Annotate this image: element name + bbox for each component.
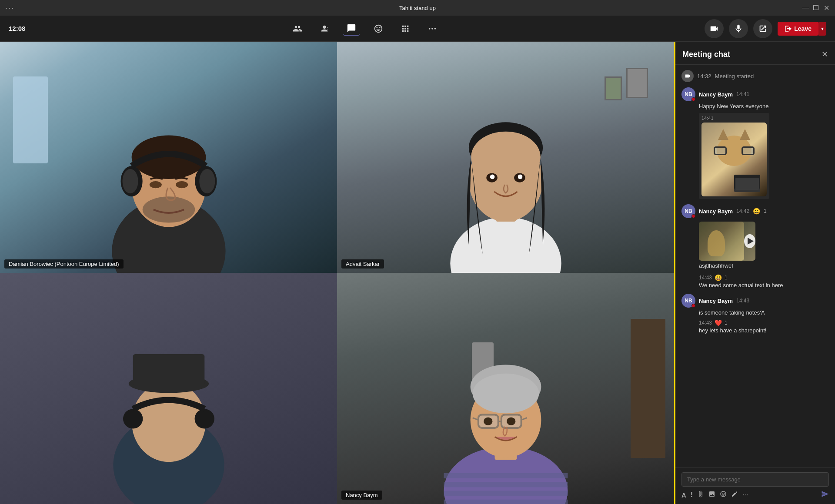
- video-thumbnail[interactable]: [699, 222, 755, 261]
- online-indicator: [691, 97, 695, 101]
- participants-icon-btn[interactable]: [316, 22, 333, 35]
- message-text-2: asjtlhashhwef: [699, 262, 829, 269]
- chat-close-btn[interactable]: ✕: [822, 50, 828, 59]
- avatar-nancy-3: NB: [681, 294, 695, 308]
- emoji-btn[interactable]: [720, 491, 727, 499]
- svg-rect-35: [444, 500, 568, 504]
- chat-message-4: NB Nancy Baym 14:43 is someone taking no…: [681, 294, 829, 334]
- time-2: 14:42: [736, 208, 749, 214]
- svg-rect-28: [133, 354, 204, 386]
- toolbar-right-actions: Leave ▾: [705, 19, 826, 38]
- video-cell-damian: Damian Borowiec (Pontoon Europe Limited): [0, 42, 337, 273]
- video-grid: Damian Borowiec (Pontoon Europe Limited): [0, 42, 674, 504]
- sub-time-4: 14:43: [699, 320, 712, 326]
- svg-point-12: [199, 169, 215, 193]
- svg-point-10: [122, 169, 138, 193]
- system-message-meeting-started: 14:32 Meeting started: [681, 70, 829, 82]
- svg-point-13: [149, 181, 161, 188]
- chat-input[interactable]: [681, 472, 829, 487]
- sub-reaction-count-4: 1: [725, 320, 728, 326]
- more-icon-btn[interactable]: [424, 22, 441, 35]
- svg-point-2: [431, 28, 433, 30]
- view-icon-btn[interactable]: [397, 22, 414, 35]
- svg-point-14: [176, 181, 188, 188]
- svg-point-46: [507, 417, 515, 425]
- close-btn[interactable]: ✕: [823, 4, 830, 11]
- chat-header: Meeting chat ✕: [675, 42, 835, 65]
- video-thumb-wrapper: [699, 222, 829, 261]
- reaction-count-3: 1: [725, 275, 728, 281]
- online-indicator-2: [691, 214, 695, 218]
- leave-group: Leave ▾: [778, 22, 826, 36]
- message-text-3: We need some actual text in here: [699, 282, 829, 288]
- video-cell-nancy: Nancy Baym: [337, 273, 674, 504]
- important-btn[interactable]: !: [691, 491, 693, 499]
- window-controls: — ⧠ ✕: [802, 4, 830, 11]
- message-text-4b: hey lets have a sharepoint!: [699, 327, 829, 334]
- svg-point-3: [434, 28, 436, 30]
- time-4: 14:43: [736, 298, 749, 304]
- chat-format-toolbar: A ! ···: [681, 490, 829, 500]
- app-menu-dots[interactable]: ···: [5, 3, 14, 13]
- play-triangle-icon: [748, 238, 754, 245]
- system-time: 14:32: [697, 73, 711, 80]
- sender-nancy-3: Nancy Baym: [699, 298, 733, 304]
- system-text: Meeting started: [715, 73, 754, 80]
- mic-button[interactable]: [729, 19, 748, 38]
- chat-panel: Meeting chat ✕ 14:32 Meeting started NB: [674, 42, 835, 504]
- reaction-emoji-3: 😀: [715, 274, 722, 281]
- video-name-advait: Advait Sarkar: [341, 259, 384, 269]
- minimize-btn[interactable]: —: [802, 4, 809, 11]
- cat-image[interactable]: [701, 123, 767, 196]
- reaction-count-2: 1: [764, 208, 767, 214]
- play-button[interactable]: [744, 234, 755, 248]
- main-content: Damian Borowiec (Pontoon Europe Limited): [0, 42, 835, 504]
- cat-image-wrapper: 14:41: [699, 113, 829, 199]
- video-camera-icon: [681, 70, 694, 82]
- more-format-btn[interactable]: ···: [742, 491, 748, 499]
- chat-input-area: A ! ···: [675, 468, 835, 504]
- time-3: 14:43: [699, 275, 712, 281]
- format-text-btn[interactable]: A: [681, 491, 686, 499]
- svg-point-22: [490, 175, 494, 179]
- share-button[interactable]: [753, 19, 772, 38]
- leave-button[interactable]: Leave: [778, 22, 818, 36]
- svg-point-1: [429, 28, 431, 30]
- message-text-4a: is someone taking notes?\: [699, 309, 829, 316]
- leave-dropdown-btn[interactable]: ▾: [818, 22, 826, 36]
- svg-point-30: [194, 409, 214, 429]
- svg-rect-33: [444, 482, 568, 487]
- svg-point-15: [450, 217, 561, 273]
- svg-point-29: [123, 409, 143, 429]
- meeting-toolbar: 12:08: [0, 16, 835, 42]
- svg-point-0: [323, 25, 326, 28]
- chat-icon-btn[interactable]: [343, 22, 360, 36]
- attach-btn[interactable]: [697, 491, 704, 499]
- send-btn[interactable]: [821, 490, 829, 500]
- video-cell-advait: Advait Sarkar: [337, 42, 674, 273]
- image-btn[interactable]: [708, 491, 715, 499]
- camera-button[interactable]: [705, 19, 724, 38]
- message-text-1: Happy New Years everyone: [699, 103, 829, 109]
- reactions-icon-btn[interactable]: [370, 22, 387, 35]
- avatar-nancy-2: NB: [681, 204, 695, 218]
- pencil-btn[interactable]: [731, 491, 738, 499]
- video-name-damian: Damian Borowiec (Pontoon Europe Limited): [4, 259, 124, 269]
- chat-message-2-header: NB Nancy Baym 14:42 😀 1: [681, 204, 829, 218]
- meeting-time: 12:08: [9, 25, 25, 32]
- window-title: Tahiti stand up: [399, 5, 436, 11]
- chat-title: Meeting chat: [682, 50, 730, 59]
- maximize-btn[interactable]: ⧠: [812, 4, 819, 11]
- svg-point-45: [484, 417, 492, 425]
- sender-nancy-2: Nancy Baym: [699, 208, 733, 215]
- chat-message-3: 14:43 😀 1 We need some actual text in he…: [681, 274, 829, 288]
- chat-message-2: NB Nancy Baym 14:42 😀 1: [681, 204, 829, 269]
- svg-point-39: [472, 374, 539, 414]
- avatar-nancy-1: NB: [681, 87, 695, 101]
- svg-point-23: [518, 175, 522, 179]
- people-icon-btn[interactable]: [289, 22, 306, 35]
- online-indicator-3: [691, 304, 695, 308]
- chat-message-4-header: NB Nancy Baym 14:43: [681, 294, 829, 308]
- title-bar: ··· Tahiti stand up — ⧠ ✕: [0, 0, 835, 16]
- video-cell-small: [0, 273, 337, 504]
